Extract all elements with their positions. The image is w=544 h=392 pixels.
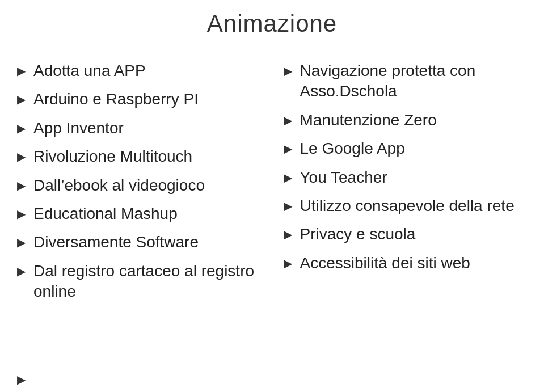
list-item-right-1: Navigazione protetta con Asso.Dschola [284, 61, 528, 102]
bullet-icon [284, 170, 292, 186]
list-item-left-1: Adotta una APP [17, 61, 261, 81]
item-text: Navigazione protetta con Asso.Dschola [300, 61, 528, 102]
bullet-icon [284, 141, 292, 157]
item-text: You Teacher [300, 167, 387, 188]
bullet-icon [284, 198, 292, 214]
list-item-right-5: Utilizzo consapevole della rete [284, 196, 528, 216]
footer-area [0, 368, 544, 392]
page-title: Animazione [0, 0, 544, 43]
list-item-left-7: Diversamente Software [17, 232, 261, 252]
item-text: Privacy e scuola [300, 224, 416, 245]
item-text: Arduino e Raspberry PI [33, 89, 199, 109]
list-item-left-4: Rivoluzione Multitouch [17, 146, 261, 167]
list-item-right-6: Privacy e scuola [284, 224, 528, 245]
item-text: Le Google App [300, 138, 405, 159]
item-text: Educational Mashup [33, 204, 178, 224]
list-item-left-8: Dal registro cartaceo al registro online [17, 261, 261, 302]
bullet-icon [284, 112, 292, 129]
item-text: Dall’ebook al videogioco [33, 175, 205, 196]
list-item-right-4: You Teacher [284, 167, 528, 188]
footer-bullet-icon [17, 373, 26, 386]
bullet-icon [17, 149, 26, 165]
left-column: Adotta una APPArduino e Raspberry PIApp … [17, 61, 272, 362]
bullet-icon [284, 226, 292, 243]
list-item-left-3: App Inventor [17, 118, 261, 138]
item-text: Manutenzione Zero [300, 110, 437, 130]
bullet-icon [17, 234, 26, 251]
bullet-icon [17, 206, 26, 222]
item-text: Utilizzo consapevole della rete [300, 196, 515, 216]
list-item-left-5: Dall’ebook al videogioco [17, 175, 261, 196]
item-text: App Inventor [33, 118, 124, 138]
list-item-left-2: Arduino e Raspberry PI [17, 89, 261, 109]
bullet-icon [17, 178, 26, 194]
list-item-right-3: Le Google App [284, 138, 528, 159]
content-area: Adotta una APPArduino e Raspberry PIApp … [0, 49, 544, 368]
bullet-icon [284, 255, 292, 272]
list-item-left-6: Educational Mashup [17, 204, 261, 224]
bullet-icon [17, 63, 26, 79]
bullet-icon [17, 120, 26, 137]
right-column: Navigazione protetta con Asso.DscholaMan… [272, 61, 528, 362]
item-text: Adotta una APP [33, 61, 146, 81]
list-item-right-2: Manutenzione Zero [284, 110, 528, 130]
item-text: Dal registro cartaceo al registro online [33, 261, 261, 302]
bullet-icon [17, 263, 26, 280]
item-text: Accessibilità dei siti web [300, 253, 470, 273]
bullet-icon [284, 63, 292, 79]
item-text: Diversamente Software [33, 232, 199, 252]
item-text: Rivoluzione Multitouch [33, 146, 192, 167]
bullet-icon [17, 91, 26, 108]
list-item-right-7: Accessibilità dei siti web [284, 253, 528, 273]
